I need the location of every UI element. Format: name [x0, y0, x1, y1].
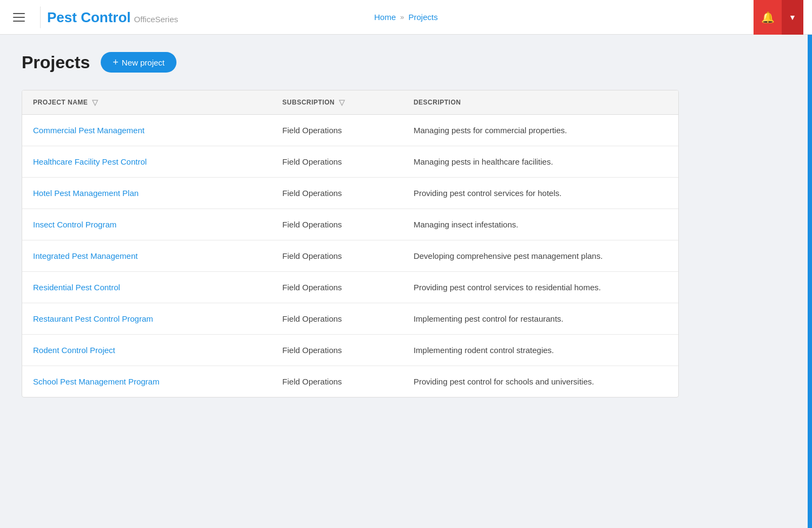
- subscription-cell: Field Operations: [272, 366, 403, 397]
- description-cell: Developing comprehensive pest management…: [403, 240, 678, 272]
- col-header-project-name[interactable]: PROJECT NAME ▽: [22, 90, 272, 115]
- col-header-description: DESCRIPTION: [403, 90, 678, 115]
- project-link[interactable]: Commercial Pest Management: [33, 126, 145, 135]
- header-divider: [40, 6, 41, 28]
- table-row: Rodent Control ProjectField OperationsIm…: [22, 335, 678, 366]
- table-row: Commercial Pest ManagementField Operatio…: [22, 115, 678, 146]
- project-name-cell: Residential Pest Control: [22, 272, 272, 303]
- project-name-cell: Rodent Control Project: [22, 335, 272, 366]
- bell-button[interactable]: 🔔: [754, 0, 782, 35]
- chevron-down-icon: ▼: [789, 13, 796, 22]
- description-cell: Managing pests in healthcare facilities.: [403, 146, 678, 178]
- project-link[interactable]: Rodent Control Project: [33, 346, 115, 355]
- description-cell: Implementing rodent control strategies.: [403, 335, 678, 366]
- description-cell: Managing insect infestations.: [403, 209, 678, 240]
- project-link[interactable]: Insect Control Program: [33, 220, 116, 229]
- filter-project-name-icon[interactable]: ▽: [92, 98, 99, 107]
- project-name-cell: School Pest Management Program: [22, 366, 272, 397]
- description-cell: Providing pest control for schools and u…: [403, 366, 678, 397]
- subscription-cell: Field Operations: [272, 240, 403, 272]
- project-link[interactable]: School Pest Management Program: [33, 377, 159, 386]
- dropdown-button[interactable]: ▼: [782, 0, 803, 35]
- subscription-cell: Field Operations: [272, 272, 403, 303]
- project-link[interactable]: Restaurant Pest Control Program: [33, 314, 153, 323]
- table-row: Restaurant Pest Control ProgramField Ope…: [22, 303, 678, 335]
- subscription-cell: Field Operations: [272, 335, 403, 366]
- col-header-subscription[interactable]: SUBSCRIPTION ▽: [272, 90, 403, 115]
- project-name-cell: Integrated Pest Management: [22, 240, 272, 272]
- brand-name: Pest Control: [47, 10, 131, 24]
- description-cell: Managing pests for commercial properties…: [403, 115, 678, 146]
- new-project-label: New project: [122, 58, 165, 67]
- project-link[interactable]: Healthcare Facility Pest Control: [33, 157, 147, 166]
- header: Pest Control OfficeSeries Home » Project…: [0, 0, 812, 35]
- page-title: Projects: [22, 53, 90, 73]
- table-row: Healthcare Facility Pest ControlField Op…: [22, 146, 678, 178]
- table-row: Hotel Pest Management PlanField Operatio…: [22, 178, 678, 209]
- subscription-cell: Field Operations: [272, 146, 403, 178]
- main-content: Projects + New project PROJECT NAME ▽: [0, 35, 709, 415]
- table-row: Residential Pest ControlField Operations…: [22, 272, 678, 303]
- hamburger-menu[interactable]: [9, 9, 29, 26]
- breadcrumb-current: Projects: [409, 12, 438, 22]
- table-row: School Pest Management ProgramField Oper…: [22, 366, 678, 397]
- project-name-cell: Restaurant Pest Control Program: [22, 303, 272, 335]
- subscription-cell: Field Operations: [272, 178, 403, 209]
- breadcrumb-home[interactable]: Home: [374, 12, 396, 22]
- header-actions: 🔔 ▼: [754, 0, 803, 35]
- scrollbar-accent: [808, 35, 812, 528]
- project-link[interactable]: Integrated Pest Management: [33, 251, 137, 260]
- brand-sub: OfficeSeries: [134, 15, 178, 24]
- breadcrumb-separator: »: [400, 13, 404, 21]
- projects-table-container: PROJECT NAME ▽ SUBSCRIPTION ▽ DESCRIPTIO…: [22, 90, 679, 397]
- project-link[interactable]: Residential Pest Control: [33, 283, 120, 292]
- project-name-cell: Commercial Pest Management: [22, 115, 272, 146]
- breadcrumb-nav: Home » Projects: [374, 12, 437, 22]
- filter-subscription-icon[interactable]: ▽: [339, 98, 345, 107]
- table-row: Insect Control ProgramField OperationsMa…: [22, 209, 678, 240]
- table-row: Integrated Pest ManagementField Operatio…: [22, 240, 678, 272]
- table-body: Commercial Pest ManagementField Operatio…: [22, 115, 678, 397]
- project-link[interactable]: Hotel Pest Management Plan: [33, 188, 139, 198]
- plus-icon: +: [113, 57, 119, 67]
- bell-icon: 🔔: [761, 11, 775, 24]
- project-name-cell: Insect Control Program: [22, 209, 272, 240]
- description-cell: Providing pest control services to resid…: [403, 272, 678, 303]
- page-header: Projects + New project: [22, 52, 687, 73]
- subscription-cell: Field Operations: [272, 303, 403, 335]
- brand: Pest Control OfficeSeries: [47, 10, 178, 24]
- subscription-cell: Field Operations: [272, 209, 403, 240]
- description-cell: Providing pest control services for hote…: [403, 178, 678, 209]
- subscription-cell: Field Operations: [272, 115, 403, 146]
- projects-table: PROJECT NAME ▽ SUBSCRIPTION ▽ DESCRIPTIO…: [22, 90, 678, 397]
- project-name-cell: Hotel Pest Management Plan: [22, 178, 272, 209]
- table-header: PROJECT NAME ▽ SUBSCRIPTION ▽ DESCRIPTIO…: [22, 90, 678, 115]
- new-project-button[interactable]: + New project: [101, 52, 176, 73]
- project-name-cell: Healthcare Facility Pest Control: [22, 146, 272, 178]
- description-cell: Implementing pest control for restaurant…: [403, 303, 678, 335]
